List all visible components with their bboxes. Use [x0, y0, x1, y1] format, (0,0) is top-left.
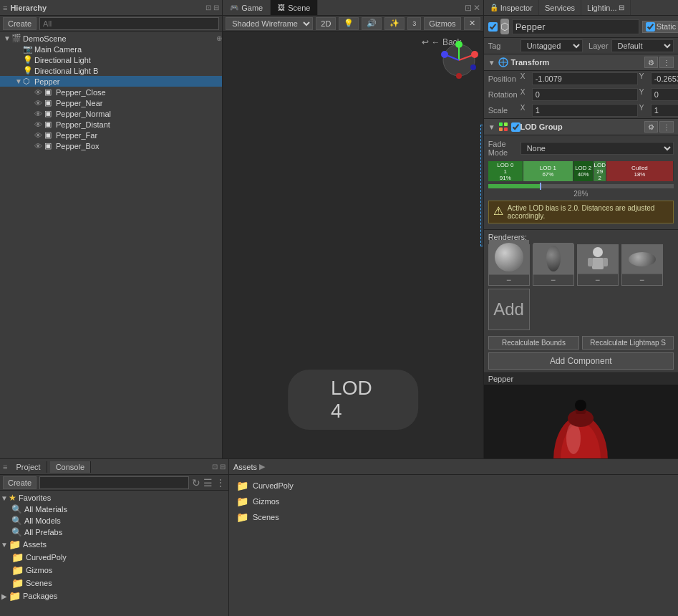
asset-item-gizmos[interactable]: 📁 Gizmos: [232, 494, 675, 509]
project-create-button[interactable]: Create: [3, 476, 37, 489]
tree-item-pepper-distant[interactable]: ▶ 👁 ▣ Pepper_Distant: [0, 119, 222, 130]
tab-services[interactable]: Services: [539, 0, 581, 15]
rotation-label: Rotation: [488, 90, 520, 99]
filter-icon[interactable]: ☰: [203, 477, 213, 489]
tree-item-all-materials[interactable]: 🔍 All Materials: [0, 504, 228, 515]
transform-settings-button[interactable]: ⚙: [644, 57, 658, 68]
tab-scene[interactable]: 🖼 Scene: [271, 0, 318, 15]
hierarchy-search-input[interactable]: [39, 17, 219, 30]
tree-item-pepper-near[interactable]: ▶ 👁 ▣ Pepper_Near: [0, 97, 222, 108]
renderer-del-3[interactable]: −: [622, 274, 662, 285]
asset-item-curvedpoly[interactable]: 📁 CurvedPoly: [232, 478, 675, 494]
renderer-del-1[interactable]: −: [533, 274, 573, 285]
rot-x-input[interactable]: [532, 88, 638, 101]
more-icon[interactable]: ⋮: [215, 477, 226, 489]
tree-item-curvedpoly[interactable]: 📁 CurvedPoly: [0, 551, 228, 564]
add-renderer-button[interactable]: Add: [488, 289, 530, 330]
svg-rect-21: [504, 122, 508, 126]
tree-item-pepper-box[interactable]: ▶ 👁 ▣ Pepper_Box: [0, 140, 222, 151]
eye-icon-far: 👁: [34, 131, 44, 140]
transform-section-header[interactable]: ▼ Transform ⚙ ⋮: [484, 54, 678, 71]
lod-menu-button[interactable]: ⋮: [659, 121, 674, 133]
tree-item-maincamera[interactable]: ▶ 📷 Main Camera: [0, 44, 222, 54]
tree-item-all-models[interactable]: 🔍 All Models: [0, 515, 228, 526]
pos-y-input[interactable]: [651, 72, 678, 85]
layer-dropdown[interactable]: Default: [611, 39, 674, 52]
svg-point-35: [575, 400, 586, 411]
tree-item-dirlightb[interactable]: ▶ 💡 Directional Light B: [0, 65, 222, 76]
lod-settings-button[interactable]: ⚙: [644, 121, 658, 133]
tree-arrow-demoscene[interactable]: ▼: [3, 34, 11, 42]
tree-item-all-prefabs[interactable]: 🔍 All Prefabs: [0, 526, 228, 538]
lod-seg-1[interactable]: LOD 1 67%: [523, 161, 573, 181]
tree-item-dirlight[interactable]: ▶ 💡 Directional Light: [0, 54, 222, 65]
recalc-lightmap-button[interactable]: Recalculate Lightmap S: [582, 336, 674, 350]
back-arrow-icon: ↩: [422, 37, 429, 47]
renderer-del-2[interactable]: −: [578, 274, 618, 285]
rot-y-input[interactable]: [651, 88, 678, 101]
resolution-button[interactable]: 3: [407, 17, 421, 30]
lod-seg-culled[interactable]: Culled 18%: [606, 161, 674, 181]
asset-folder-icon-gizmos: 📁: [236, 496, 248, 507]
close-scene-button[interactable]: ✕: [464, 17, 480, 30]
tree-item-favorites[interactable]: ▼ ★ Favorites: [0, 492, 228, 504]
tree-item-gizmos[interactable]: 📁 Gizmos: [0, 564, 228, 577]
lod3-label: LOD: [594, 162, 605, 168]
project-search-input[interactable]: [39, 476, 189, 489]
tree-item-demoscene[interactable]: ▼ 🎬 DemoScene ⊕: [0, 33, 222, 44]
asset-item-scenes[interactable]: 📁 Scenes: [232, 509, 675, 525]
2d-button[interactable]: 2D: [316, 17, 336, 30]
lod-seg-3[interactable]: LOD 29 2: [594, 161, 606, 181]
scale-x-input[interactable]: [532, 104, 638, 117]
renderer-img-1: [533, 243, 573, 274]
transform-menu-button[interactable]: ⋮: [659, 57, 674, 68]
lod-seg-0[interactable]: LOD 0 1 91%: [488, 161, 523, 181]
scale-y-input[interactable]: [651, 104, 678, 117]
rotation-values: X Y Z: [520, 88, 678, 101]
tree-arrow-pepper[interactable]: ▼: [14, 77, 23, 85]
tab-project[interactable]: Project: [10, 461, 47, 473]
object-active-checkbox[interactable]: [488, 22, 498, 32]
tree-item-pepper[interactable]: ▼ ⬡ Pepper: [0, 76, 222, 87]
gizmos-button[interactable]: Gizmos: [424, 17, 460, 30]
recalc-bounds-button[interactable]: Recalculate Bounds: [488, 336, 580, 350]
tree-item-assets-root[interactable]: ▼ 📁 Assets: [0, 538, 228, 551]
tag-dropdown[interactable]: Untagged: [520, 39, 583, 52]
tab-inspector[interactable]: 🔒 Inspector: [484, 0, 539, 15]
audio-button[interactable]: 🔊: [362, 17, 382, 30]
add-component-button[interactable]: Add Component: [488, 352, 674, 370]
hierarchy-create-button[interactable]: Create: [3, 17, 37, 30]
lod-active-checkbox[interactable]: [511, 122, 520, 132]
fade-mode-dropdown[interactable]: None: [520, 142, 674, 155]
tree-item-scenes[interactable]: 📁 Scenes: [0, 577, 228, 589]
tree-item-pepper-far[interactable]: ▶ 👁 ▣ Pepper_Far: [0, 130, 222, 140]
effects-button[interactable]: ✨: [384, 17, 405, 30]
lod0-label: LOD 0: [497, 162, 513, 168]
renderer-thumb-1[interactable]: −: [533, 244, 574, 286]
tree-item-pepper-normal[interactable]: ▶ 👁 ▣ Pepper_Normal: [0, 108, 222, 119]
assets-folder-icon: 📁: [9, 539, 21, 550]
lod-seg-2[interactable]: LOD 2 40%: [573, 161, 594, 181]
lod-group-section-header[interactable]: ▼ LOD Group ⚙ ⋮: [484, 118, 678, 135]
lighting-tab-label: Lightin...: [587, 4, 617, 12]
tab-console[interactable]: Console: [50, 461, 91, 473]
all-materials-label: All Materials: [24, 505, 67, 514]
tree-arrow-dirlight: ▶: [14, 56, 23, 64]
tree-item-packages[interactable]: ▶ 📁 Packages: [0, 589, 228, 602]
static-checkbox[interactable]: [646, 22, 655, 32]
renderer-del-0[interactable]: −: [489, 274, 529, 285]
tree-item-pepper-close[interactable]: ▶ 👁 ▣ Pepper_Close: [0, 87, 222, 97]
renderer-thumb-3[interactable]: −: [621, 244, 663, 286]
scene-view[interactable]: ↩ ← Back: [223, 32, 483, 458]
refresh-icon[interactable]: ↻: [192, 477, 200, 489]
renderer-thumb-0[interactable]: −: [488, 244, 530, 286]
tab-game[interactable]: 🎮 Game: [223, 0, 271, 15]
eye-icon-distant: 👁: [34, 120, 44, 129]
object-name-field[interactable]: [512, 19, 639, 34]
light-button[interactable]: 💡: [339, 17, 359, 30]
shading-mode-dropdown[interactable]: Shaded Wireframe: [226, 17, 313, 30]
renderer-thumb-2[interactable]: −: [577, 244, 619, 286]
models-icon: 🔍: [11, 516, 22, 526]
tab-lighting[interactable]: Lightin... ⊟: [581, 0, 631, 15]
pos-x-input[interactable]: [532, 72, 638, 85]
